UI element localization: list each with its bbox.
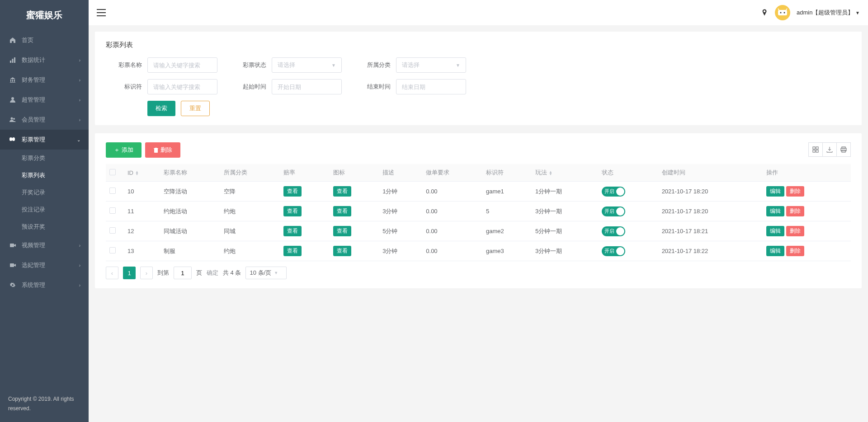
- table-row: 11约炮活动约炮查看查看3分钟0.0053分钟一期开启2021-10-17 18…: [106, 202, 851, 221]
- row-delete-button[interactable]: 删除: [786, 226, 804, 236]
- row-checkbox[interactable]: [109, 247, 116, 253]
- sidebar-item-8[interactable]: 系统管理›: [0, 275, 89, 295]
- video-icon: [8, 242, 17, 249]
- chevron-right-icon: ›: [79, 283, 80, 288]
- svg-rect-6: [10, 244, 14, 247]
- view-odds-button[interactable]: 查看: [283, 206, 302, 216]
- search-button[interactable]: 检索: [147, 101, 175, 116]
- filter-category-select[interactable]: 请选择 ▼: [396, 57, 466, 73]
- sidebar-item-1[interactable]: 数据统计›: [0, 50, 89, 70]
- row-checkbox[interactable]: [109, 227, 116, 234]
- filter-status-select[interactable]: 请选择 ▼: [272, 57, 342, 73]
- sidebar-item-6[interactable]: 视频管理›: [0, 235, 89, 255]
- sidebar-item-4[interactable]: 会员管理›: [0, 110, 89, 130]
- view-icon-button[interactable]: 查看: [333, 226, 351, 236]
- status-toggle[interactable]: 开启: [602, 187, 625, 197]
- users-icon: [8, 116, 17, 123]
- chevron-right-icon: ›: [79, 243, 80, 248]
- chevron-right-icon: ›: [79, 58, 80, 63]
- mask-icon: [8, 136, 17, 143]
- filter-identifier-input[interactable]: [147, 79, 217, 94]
- print-icon[interactable]: [836, 142, 851, 157]
- edit-button[interactable]: 编辑: [766, 246, 784, 256]
- filter-end-input[interactable]: [396, 79, 466, 94]
- view-odds-button[interactable]: 查看: [283, 246, 302, 256]
- sidebar-item-0[interactable]: 首页: [0, 30, 89, 50]
- sidebar-item-label: 超管管理: [22, 96, 79, 104]
- row-checkbox[interactable]: [109, 188, 116, 194]
- table-card: ＋ 添加 删除: [95, 133, 862, 288]
- select-all-checkbox[interactable]: [109, 169, 116, 175]
- sidebar-item-label: 视频管理: [22, 241, 79, 249]
- sidebar-item-label: 首页: [22, 36, 80, 44]
- sidebar-item-5[interactable]: 彩票管理⌄: [0, 130, 89, 150]
- per-page-select[interactable]: 10 条/页 ▼: [245, 267, 287, 279]
- view-icon-button[interactable]: 查看: [333, 206, 351, 216]
- columns-icon[interactable]: [808, 142, 823, 157]
- add-button[interactable]: ＋ 添加: [106, 142, 142, 158]
- goto-page-input[interactable]: [174, 267, 192, 279]
- table-row: 12同城活动同城查看查看5分钟0.00game25分钟一期开启2021-10-1…: [106, 221, 851, 241]
- filter-start-input[interactable]: [272, 79, 342, 94]
- sidebar-item-7[interactable]: 选妃管理›: [0, 255, 89, 275]
- status-toggle[interactable]: 开启: [602, 206, 625, 216]
- view-icon-button[interactable]: 查看: [333, 246, 351, 256]
- row-checkbox[interactable]: [109, 207, 116, 214]
- svg-point-8: [764, 10, 766, 13]
- svg-rect-1: [12, 59, 14, 63]
- sidebar-subitem-5-4[interactable]: 预设开奖: [0, 218, 89, 235]
- user-dropdown[interactable]: admin【超级管理员】 ▼: [797, 9, 860, 17]
- filter-status-label: 彩票状态: [230, 61, 266, 69]
- edit-button[interactable]: 编辑: [766, 186, 784, 197]
- chevron-down-icon: ⌄: [77, 137, 80, 142]
- sidebar-item-label: 系统管理: [22, 281, 79, 289]
- svg-rect-13: [816, 147, 818, 149]
- theme-icon[interactable]: [760, 9, 769, 17]
- status-toggle[interactable]: 开启: [602, 226, 625, 236]
- svg-point-10: [780, 12, 782, 14]
- bank-icon: [8, 76, 17, 84]
- topbar: admin【超级管理员】 ▼: [89, 0, 868, 25]
- sidebar-item-label: 会员管理: [22, 116, 79, 124]
- chevron-right-icon: ›: [79, 263, 80, 268]
- filter-name-input[interactable]: [147, 57, 217, 73]
- svg-rect-12: [813, 147, 815, 149]
- chevron-down-icon: ▼: [331, 63, 336, 68]
- status-toggle[interactable]: 开启: [602, 246, 625, 256]
- row-delete-button[interactable]: 删除: [786, 246, 804, 256]
- chevron-down-icon: ▼: [456, 63, 460, 68]
- delete-button[interactable]: 删除: [145, 142, 180, 158]
- sort-icon[interactable]: ▲▼: [549, 171, 552, 175]
- export-icon[interactable]: [822, 142, 837, 157]
- chevron-right-icon: ›: [79, 78, 80, 83]
- sidebar-item-3[interactable]: 超管管理›: [0, 90, 89, 110]
- filter-identifier-label: 标识符: [106, 83, 142, 91]
- sidebar-subitem-5-3[interactable]: 投注记录: [0, 201, 89, 218]
- edit-button[interactable]: 编辑: [766, 206, 784, 216]
- next-page-button[interactable]: ›: [140, 267, 153, 279]
- edit-button[interactable]: 编辑: [766, 226, 784, 236]
- row-delete-button[interactable]: 删除: [786, 206, 804, 216]
- goto-confirm-button[interactable]: 确定: [207, 269, 218, 277]
- sort-icon[interactable]: ▲▼: [135, 171, 139, 175]
- home-icon: [8, 37, 17, 44]
- sidebar-item-label: 财务管理: [22, 76, 79, 84]
- user-label: admin【超级管理员】: [797, 9, 854, 16]
- avatar[interactable]: [775, 5, 790, 20]
- sidebar-subitem-5-1[interactable]: 彩票列表: [0, 167, 89, 184]
- plus-icon: ＋: [114, 146, 120, 154]
- view-odds-button[interactable]: 查看: [283, 186, 302, 197]
- sidebar-subitem-5-0[interactable]: 彩票分类: [0, 150, 89, 167]
- nav-menu: 首页数据统计›财务管理›超管管理›会员管理›彩票管理⌄彩票分类彩票列表开奖记录投…: [0, 30, 89, 386]
- prev-page-button[interactable]: ‹: [106, 267, 118, 279]
- row-delete-button[interactable]: 删除: [786, 186, 804, 197]
- filter-start-label: 起始时间: [230, 83, 266, 91]
- sidebar-item-2[interactable]: 财务管理›: [0, 70, 89, 90]
- view-odds-button[interactable]: 查看: [283, 226, 302, 236]
- view-icon-button[interactable]: 查看: [333, 186, 351, 197]
- sidebar-subitem-5-2[interactable]: 开奖记录: [0, 184, 89, 201]
- reset-button[interactable]: 重置: [181, 101, 210, 116]
- page-1-button[interactable]: 1: [123, 267, 136, 279]
- filter-category-label: 所属分类: [354, 61, 391, 69]
- menu-toggle-icon[interactable]: [97, 9, 106, 16]
